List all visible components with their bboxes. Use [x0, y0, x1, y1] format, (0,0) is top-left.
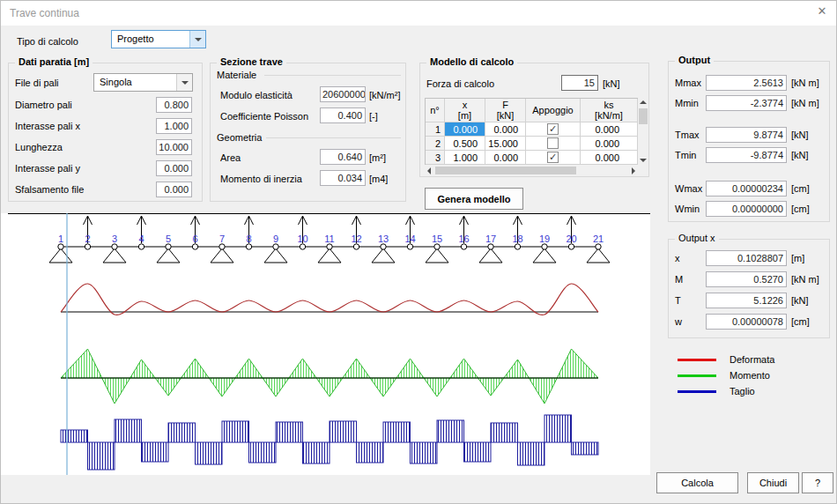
- node-circle: [353, 244, 359, 249]
- calc-type-dropdown-button[interactable]: [189, 31, 205, 48]
- taglio-block: [276, 422, 303, 442]
- vscroll-thumb[interactable]: [639, 108, 648, 124]
- x-field[interactable]: 0.1028807: [706, 250, 787, 266]
- model-table[interactable]: n°x[m]F[kN]Appoggioks[kN/m]10.0000.000✓0…: [425, 98, 639, 165]
- calc-type-combobox[interactable]: Progetto: [111, 30, 206, 48]
- taglio-block: [437, 420, 464, 442]
- node-number: 20: [566, 233, 576, 244]
- momento-inerzia-unit: [m4]: [369, 174, 388, 184]
- scroll-down-icon[interactable]: [640, 159, 647, 162]
- wmax-unit: [cm]: [791, 183, 810, 194]
- mmax-unit: [kN m]: [791, 78, 819, 88]
- coefficiente-poisson-unit: [-]: [369, 111, 378, 122]
- window-title: Trave continua: [10, 7, 79, 19]
- taglio-block: [303, 442, 330, 463]
- table-row[interactable]: 10.0000.000✓0.000: [426, 122, 638, 137]
- interasse-pali-y-field[interactable]: 0.000: [156, 160, 192, 176]
- genera-modello-button[interactable]: Genera modello: [425, 188, 523, 210]
- calc-type-value: Progetto: [117, 33, 154, 44]
- t-label: T: [675, 295, 681, 306]
- area-field[interactable]: 0.640: [320, 149, 366, 165]
- appoggio-checkbox[interactable]: ✓: [547, 152, 559, 163]
- node-number: 6: [192, 233, 197, 244]
- node-number: 11: [324, 233, 334, 244]
- tmin-field: -9.8774: [706, 147, 787, 163]
- forza-di-calcolo-unit: [kN]: [603, 78, 620, 89]
- momento-legend-label: Momento: [730, 370, 770, 381]
- taglio-block: [464, 442, 492, 462]
- table-header-4: ks[kN/m]: [581, 99, 638, 122]
- chevron-down-icon: [181, 81, 189, 85]
- taglio-block: [168, 423, 196, 442]
- node-circle: [85, 244, 90, 249]
- appoggio-checkbox[interactable]: ✓: [547, 123, 559, 135]
- appoggio-cell[interactable]: [526, 137, 581, 151]
- table-row[interactable]: 20.50015.0000.000: [426, 137, 638, 151]
- taglio-block: [383, 422, 411, 442]
- titlebar: Trave continua ✕: [1, 1, 837, 26]
- file-di-pali-dropdown-button[interactable]: [176, 74, 192, 91]
- scroll-right-icon[interactable]: [632, 167, 635, 174]
- materiale-rule: [264, 75, 401, 76]
- tmin-label: Tmin: [675, 150, 696, 160]
- f-cell[interactable]: 15.000: [485, 137, 526, 151]
- taglio-block: [115, 419, 142, 442]
- interasse-pali-x-label: Interasse pali x: [15, 121, 80, 131]
- mmin-label: Mmin: [675, 98, 699, 108]
- ks-cell[interactable]: 0.000: [581, 137, 638, 151]
- ks-cell[interactable]: 0.000: [581, 122, 638, 137]
- sfalsamento-file-field[interactable]: 0.000: [156, 182, 192, 197]
- calcola-button[interactable]: Calcola: [656, 472, 738, 493]
- taglio-block: [411, 442, 438, 463]
- area-label: Area: [220, 152, 241, 163]
- x-cell[interactable]: 1.000: [445, 151, 485, 165]
- diametro-pali-field[interactable]: 0.800: [156, 97, 192, 113]
- hscroll-thumb[interactable]: [435, 167, 576, 174]
- table-header-row: n°x[m]F[kN]Appoggioks[kN/m]: [426, 99, 638, 122]
- scroll-left-icon[interactable]: [427, 167, 431, 174]
- node-circle: [192, 244, 197, 249]
- node-circle: [542, 244, 547, 249]
- taglio-block: [518, 442, 545, 465]
- scroll-up-icon[interactable]: [640, 100, 647, 104]
- mmax-label: Mmax: [675, 78, 701, 88]
- taglio-block: [88, 442, 115, 470]
- node-number: 5: [166, 233, 171, 244]
- table-hscrollbar[interactable]: [425, 166, 638, 175]
- node-circle: [488, 244, 493, 249]
- ks-cell[interactable]: 0.000: [581, 151, 638, 165]
- close-icon[interactable]: ✕: [810, 4, 834, 22]
- momento-inerzia-field[interactable]: 0.034: [320, 170, 366, 186]
- group-modello-title: Modello di calcolo: [426, 56, 517, 67]
- f-cell[interactable]: 0.000: [485, 122, 526, 137]
- node-circle: [138, 244, 144, 249]
- x-cell[interactable]: 0.000: [445, 122, 485, 137]
- appoggio-checkbox[interactable]: [547, 137, 559, 149]
- geometria-subheader: Geometria: [217, 132, 262, 143]
- node-number: 18: [512, 233, 522, 244]
- taglio-block: [572, 442, 599, 455]
- deformata-legend-label: Deformata: [730, 354, 774, 365]
- coefficiente-poisson-field[interactable]: 0.400: [320, 107, 366, 123]
- lunghezza-field[interactable]: 10.000: [156, 139, 192, 155]
- row-number-cell[interactable]: 1: [426, 122, 445, 137]
- modulo-elasticita-field[interactable]: 206000000: [320, 86, 366, 102]
- node-number: 8: [246, 233, 251, 244]
- help-button[interactable]: ?: [802, 472, 833, 493]
- appoggio-cell[interactable]: ✓: [526, 122, 581, 137]
- row-number-cell[interactable]: 2: [426, 137, 445, 151]
- table-header-2: F[kN]: [485, 99, 526, 122]
- appoggio-cell[interactable]: ✓: [526, 151, 581, 165]
- table-row[interactable]: 31.0000.000✓0.000: [426, 151, 638, 165]
- row-number-cell[interactable]: 3: [426, 151, 445, 165]
- chiudi-button[interactable]: Chiudi: [747, 472, 799, 493]
- table-vscrollbar[interactable]: [638, 98, 648, 165]
- materiale-subheader: Materiale: [217, 70, 256, 80]
- f-cell[interactable]: 0.000: [485, 151, 526, 165]
- x-cell[interactable]: 0.500: [445, 137, 485, 151]
- forza-di-calcolo-field[interactable]: 15: [561, 75, 598, 91]
- node-circle: [273, 244, 278, 249]
- file-di-pali-combobox[interactable]: Singola: [93, 73, 193, 92]
- group-sezione-trave-title: Sezione trave: [217, 56, 286, 67]
- interasse-pali-x-field[interactable]: 1.000: [156, 118, 192, 134]
